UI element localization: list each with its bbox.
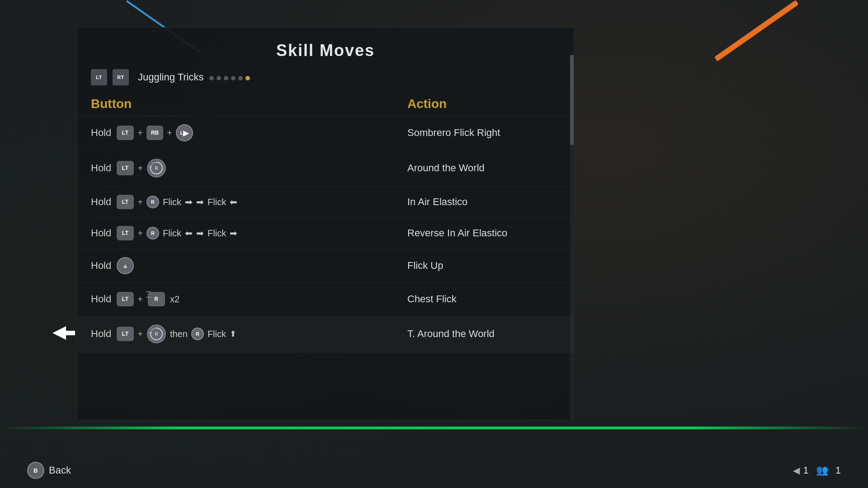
move-row-1[interactable]: Hold LT + RB + L▶ Sombrero Flick Right xyxy=(77,116,574,150)
r-tap-icon-6: — — R xyxy=(146,291,166,307)
flick-text-7: Flick xyxy=(208,329,226,339)
flick-text-4b: Flick xyxy=(208,228,226,239)
tab-dots xyxy=(209,76,250,80)
rb-badge-1: RB xyxy=(146,126,163,140)
flick-text-3b: Flick xyxy=(208,197,226,207)
separator: 👥 xyxy=(816,465,828,476)
hold-text-6: Hold xyxy=(91,293,111,305)
dot-6 xyxy=(245,76,250,80)
combo-7: Hold LT + R then R Flick ⬆ xyxy=(91,324,407,344)
move-row-6[interactable]: Hold LT + — — R x2 Chest Flick xyxy=(77,283,574,316)
columns-header: Button Action xyxy=(77,92,574,116)
button-col-header: Button xyxy=(91,97,407,111)
back-button[interactable]: B Back xyxy=(27,462,71,479)
action-3: In Air Elastico xyxy=(407,196,560,208)
page-title: Skill Moves xyxy=(77,28,574,69)
lt-badge-1: LT xyxy=(117,126,134,140)
back-label: Back xyxy=(49,465,71,476)
plus-3: + xyxy=(137,197,143,207)
l-up-badge-5 xyxy=(117,257,134,274)
dot-5 xyxy=(238,76,243,80)
plus-2: + xyxy=(137,163,143,174)
page-nav: ◀ 1 xyxy=(793,465,809,476)
move-row-5[interactable]: Hold Flick Up xyxy=(77,249,574,283)
plus-1a: + xyxy=(137,128,143,138)
right-arrow-3: ➡ xyxy=(185,197,193,207)
hold-text-7: Hold xyxy=(91,328,111,340)
dot-2 xyxy=(217,76,221,80)
then-arrow-4: ➡ xyxy=(196,228,204,239)
nav-left-arrow: ◀ xyxy=(793,465,800,476)
dot-4 xyxy=(231,76,236,80)
up-arrow-7: ⬆ xyxy=(230,329,236,339)
r-badge-4: R xyxy=(146,227,159,239)
move-row-3[interactable]: Hold LT + R Flick ➡ ➡ Flick ⬅ In Air Ela… xyxy=(77,187,574,218)
combo-2: Hold LT + R xyxy=(91,158,407,178)
hold-text-1: Hold xyxy=(91,127,111,139)
l-stick-right-1: L▶ xyxy=(176,124,193,141)
action-4: Reverse In Air Elastico xyxy=(407,227,560,239)
b-label: B xyxy=(33,467,38,474)
bg-line-orange xyxy=(714,0,799,61)
plus-7: + xyxy=(137,329,143,339)
action-5: Flick Up xyxy=(407,260,560,272)
dot-1 xyxy=(209,76,214,80)
scrollbar[interactable] xyxy=(570,55,574,420)
r-badge-7: R xyxy=(191,328,204,340)
page-number: 1 xyxy=(803,465,809,476)
combo-6: Hold LT + — — R x2 xyxy=(91,291,407,307)
combo-4: Hold LT + R Flick ⬅ ➡ Flick ➡ xyxy=(91,226,407,240)
bottom-bar: B Back ◀ 1 👥 1 xyxy=(0,462,868,479)
lt-badge-3: LT xyxy=(117,195,134,209)
moves-list: Hold LT + RB + L▶ Sombrero Flick Right H… xyxy=(77,116,574,352)
hold-text-3: Hold xyxy=(91,196,111,208)
scrollbar-thumb xyxy=(570,55,574,145)
flick-text-3a: Flick xyxy=(163,197,181,207)
action-7: T. Around the World xyxy=(407,328,560,340)
page-info: ◀ 1 👥 1 xyxy=(793,465,841,476)
skill-moves-panel: Skill Moves LT RT Juggling Tricks Button… xyxy=(77,27,574,420)
tab-name: Juggling Tricks xyxy=(138,71,204,83)
lt-badge-4: LT xyxy=(117,226,134,240)
player-number: 1 xyxy=(835,465,841,476)
combo-3: Hold LT + R Flick ➡ ➡ Flick ⬅ xyxy=(91,195,407,209)
svg-text:R: R xyxy=(155,166,158,171)
then-text-7: then xyxy=(170,329,188,339)
flick-text-4a: Flick xyxy=(163,228,181,239)
move-row-2[interactable]: Hold LT + R Around the World xyxy=(77,150,574,187)
rt-label: RT xyxy=(117,75,124,80)
selection-arrow xyxy=(52,326,75,342)
tab-header: LT RT Juggling Tricks xyxy=(77,69,574,92)
then-arrow-3: ➡ xyxy=(196,197,204,207)
action-6: Chest Flick xyxy=(407,293,560,305)
rt-button[interactable]: RT xyxy=(113,69,129,85)
lt-badge-7: LT xyxy=(117,327,134,341)
plus-1b: + xyxy=(167,128,172,138)
x2-text-6: x2 xyxy=(170,294,179,305)
bg-line-green xyxy=(0,427,868,429)
combo-5: Hold xyxy=(91,257,407,274)
svg-text:R: R xyxy=(155,332,158,337)
left-arrow-3: ⬅ xyxy=(230,197,237,207)
action-2: Around the World xyxy=(407,162,560,174)
move-row-4[interactable]: Hold LT + R Flick ⬅ ➡ Flick ➡ Reverse In… xyxy=(77,218,574,249)
b-btn-icon: B xyxy=(27,462,44,479)
hold-text-2: Hold xyxy=(91,162,111,174)
left-arrow-4: ⬅ xyxy=(185,228,193,239)
action-col-header: Action xyxy=(407,97,560,111)
lt-badge-6: LT xyxy=(117,292,134,306)
lt-badge-2: LT xyxy=(117,161,134,175)
hold-text-4: Hold xyxy=(91,227,111,239)
lt-button[interactable]: LT xyxy=(91,69,107,85)
plus-4: + xyxy=(137,228,143,239)
combo-1: Hold LT + RB + L▶ xyxy=(91,124,407,141)
dot-3 xyxy=(224,76,228,80)
svg-marker-4 xyxy=(52,326,75,340)
right-arrow-4: ➡ xyxy=(230,228,237,239)
hold-text-5: Hold xyxy=(91,260,111,272)
r-rotate-icon-2: R xyxy=(146,158,166,178)
r-badge-3: R xyxy=(146,196,159,208)
r-rotate-icon-7: R xyxy=(146,324,166,344)
move-row-7[interactable]: Hold LT + R then R Flick ⬆ xyxy=(77,316,574,352)
action-1: Sombrero Flick Right xyxy=(407,127,560,139)
